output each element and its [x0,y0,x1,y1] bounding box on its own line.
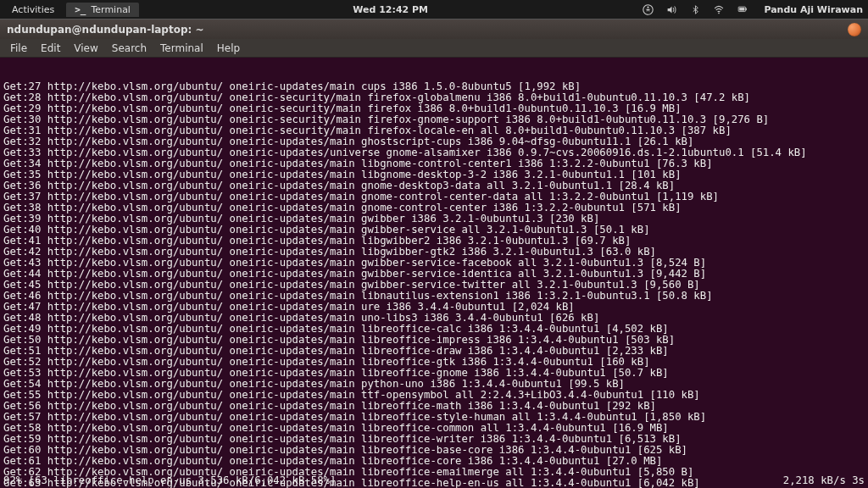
window-title: ndundupan@ndundupan-laptop: ~ [7,24,848,36]
apt-progress-right: 2,218 kB/s 3s [783,475,865,486]
menu-edit[interactable]: Edit [36,41,65,56]
menu-view[interactable]: View [69,41,103,56]
terminal-viewport[interactable]: Get:27 http://kebo.vlsm.org/ubuntu/ onei… [0,58,868,488]
accessibility-icon[interactable] [642,3,654,15]
menubar: File Edit View Search Terminal Help [0,39,868,58]
panel-clock[interactable]: Wed 12:42 PM [139,4,642,15]
menu-terminal[interactable]: Terminal [155,41,209,56]
svg-rect-5 [740,8,745,10]
battery-icon[interactable] [737,3,748,15]
user-menu[interactable]: Pandu Aji Wirawan [760,4,863,15]
volume-icon[interactable] [665,3,677,15]
svg-point-1 [647,6,648,8]
svg-point-2 [719,12,721,14]
gnome-top-panel: Activities >_ Terminal Wed 12:42 PM Pand… [0,0,868,19]
activities-button[interactable]: Activities [5,3,61,17]
wifi-icon[interactable] [713,3,725,15]
apt-progress-line: 92% [63 libreoffice-help-en-us 3,536 kB/… [3,475,865,486]
terminal-output: Get:27 http://kebo.vlsm.org/ubuntu/ onei… [3,81,865,488]
menu-help[interactable]: Help [212,41,245,56]
panel-left: Activities >_ Terminal [5,3,139,17]
apt-progress-left: 92% [63 libreoffice-help-en-us 3,536 kB/… [3,475,783,486]
terminal-icon: >_ [75,4,86,15]
menu-file[interactable]: File [5,41,32,56]
active-app-label: Terminal [91,4,131,15]
close-icon[interactable] [848,23,861,36]
menu-search[interactable]: Search [107,41,152,56]
panel-right: Pandu Aji Wirawan [642,3,863,15]
active-app-button[interactable]: >_ Terminal [66,3,139,17]
svg-rect-4 [746,8,747,10]
bluetooth-icon[interactable] [689,3,701,15]
window-titlebar[interactable]: ndundupan@ndundupan-laptop: ~ [0,19,868,39]
